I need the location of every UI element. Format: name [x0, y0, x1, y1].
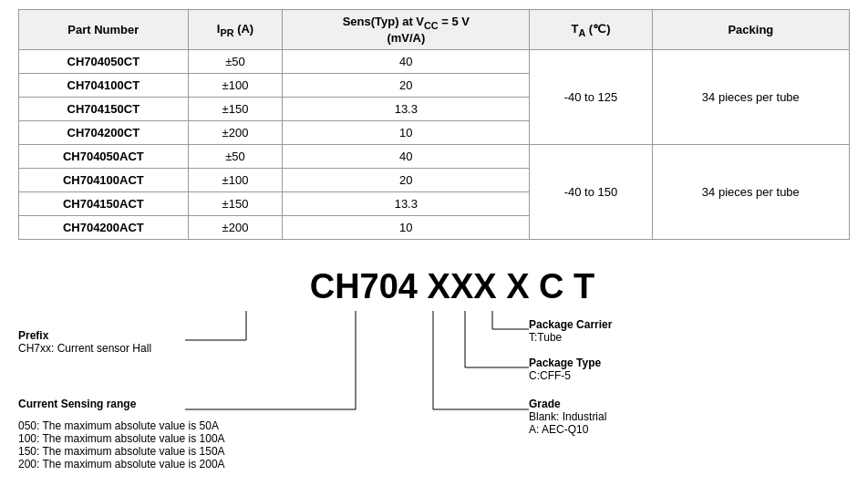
cell-ta: -40 to 125 [530, 49, 652, 144]
current-sensing-items: 050: The maximum absolute value is 50A 1… [18, 419, 225, 470]
current-item-100: 100: The maximum absolute value is 100A [18, 432, 225, 445]
header-part-number: Part Number [19, 10, 189, 50]
package-type-sub: C:CFF-5 [529, 369, 601, 382]
cell-ipr: ±150 [188, 97, 283, 120]
cell-ta: -40 to 150 [530, 144, 652, 239]
cell-sens: 40 [283, 49, 530, 73]
part-table: Part Number IPR (A) Sens(Typ) at VCC = 5… [18, 9, 850, 240]
cell-sens: 13.3 [283, 97, 530, 120]
cell-ipr: ±50 [188, 49, 283, 73]
grade-title: Grade [529, 398, 606, 410]
cell-sens: 13.3 [283, 191, 530, 215]
cell-sens: 20 [283, 73, 530, 97]
part-code-xxx: XXX [428, 267, 497, 305]
prefix-title: Prefix [18, 329, 151, 342]
part-code-x: X [506, 267, 529, 305]
package-carrier-label: Package Carrier T:Tube [529, 318, 612, 344]
cell-packing: 34 pieces per tube [652, 49, 849, 144]
current-item-200: 200: The maximum absolute value is 200A [18, 458, 225, 470]
cell-sens: 10 [283, 215, 530, 239]
current-item-050: 050: The maximum absolute value is 50A [18, 419, 225, 432]
cell-part-number: CH704200CT [19, 120, 189, 144]
cell-ipr: ±100 [188, 168, 283, 191]
cell-ipr: ±100 [188, 73, 283, 97]
cell-part-number: CH704150ACT [19, 191, 189, 215]
cell-ipr: ±150 [188, 191, 283, 215]
cell-ipr: ±200 [188, 215, 283, 239]
cell-part-number: CH704100ACT [19, 168, 189, 191]
cell-part-number: CH704100CT [19, 73, 189, 97]
current-item-150: 150: The maximum absolute value is 150A [18, 445, 225, 458]
header-ipr: IPR (A) [188, 10, 283, 50]
prefix-sub: CH7xx: Current sensor Hall [18, 342, 151, 355]
diagram-container: Prefix CH7xx: Current sensor Hall Curren… [18, 302, 850, 486]
part-code-diagram: CH704 XXX X C T Prefix CH7xx: Current s [18, 267, 850, 486]
cell-part-number: CH704150CT [19, 97, 189, 120]
grade-label: Grade Blank: Industrial A: AEC-Q10 [529, 398, 606, 436]
header-sens: Sens(Typ) at VCC = 5 V(mV/A) [283, 10, 530, 50]
cell-part-number: CH704050ACT [19, 144, 189, 168]
cell-ipr: ±50 [188, 144, 283, 168]
package-carrier-sub: T:Tube [529, 331, 612, 344]
cell-part-number: CH704050CT [19, 49, 189, 73]
cell-sens: 10 [283, 120, 530, 144]
current-sensing-label: Current Sensing range 050: The maximum a… [18, 398, 225, 470]
cell-sens: 20 [283, 168, 530, 191]
package-type-label: Package Type C:CFF-5 [529, 357, 601, 382]
part-code-title: CH704 XXX X C T [55, 267, 850, 306]
package-carrier-title: Package Carrier [529, 318, 612, 331]
grade-a: A: AEC-Q10 [529, 423, 606, 436]
cell-sens: 40 [283, 144, 530, 168]
cell-part-number: CH704200ACT [19, 215, 189, 239]
grade-blank: Blank: Industrial [529, 410, 606, 423]
header-packing: Packing [652, 10, 849, 50]
prefix-label: Prefix CH7xx: Current sensor Hall [18, 329, 151, 355]
part-table-section: Part Number IPR (A) Sens(Typ) at VCC = 5… [18, 9, 850, 240]
header-ta: TA (℃) [530, 10, 652, 50]
cell-packing: 34 pieces per tube [652, 144, 849, 239]
cell-ipr: ±200 [188, 120, 283, 144]
current-sensing-title: Current Sensing range [18, 398, 225, 410]
package-type-title: Package Type [529, 357, 601, 369]
